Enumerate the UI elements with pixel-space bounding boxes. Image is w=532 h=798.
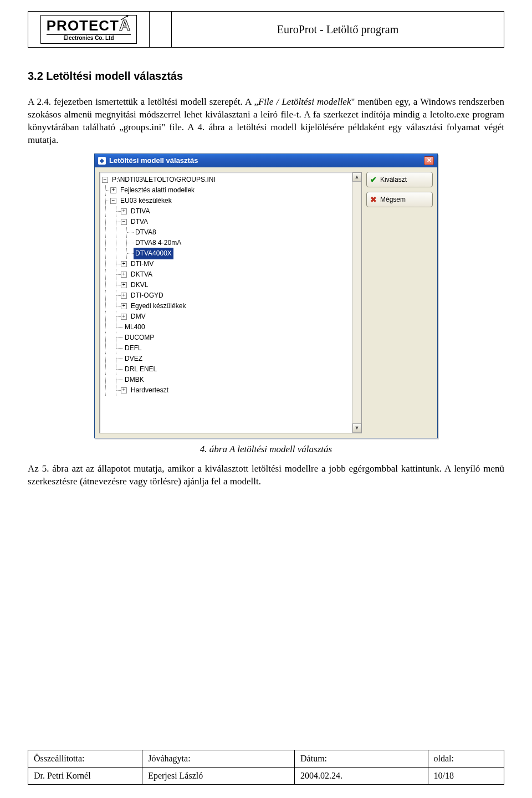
expander-plus-icon[interactable]: + xyxy=(121,208,127,214)
footer-h4: oldal: xyxy=(428,750,504,768)
footer-h1: Összeállította: xyxy=(28,750,142,768)
page-footer: Összeállította: Jóváhagyta: Dátum: oldal… xyxy=(28,750,504,785)
expander-minus-icon[interactable]: − xyxy=(110,198,116,204)
dialog-title: Letöltési modell választás xyxy=(109,156,198,165)
tree-node-egyedi[interactable]: Egyedi készülékek xyxy=(129,300,187,312)
page-header: PROTECTA Electronics Co. Ltd EuroProt - … xyxy=(28,11,504,48)
dialog-icon: ◆ xyxy=(98,157,106,165)
tree-node-ml400[interactable]: ML400 xyxy=(123,321,147,333)
expander-plus-icon[interactable]: + xyxy=(121,272,127,278)
footer-h3: Dátum: xyxy=(295,750,428,768)
expander-plus-icon[interactable]: + xyxy=(121,314,127,320)
tree-node-defl[interactable]: DEFL xyxy=(123,342,144,354)
tree-root[interactable]: P:\NDTI03\LETOLTO\GROUPS.INI xyxy=(110,174,217,186)
tree-node-eu03[interactable]: EU03 készülékek xyxy=(119,195,173,207)
footer-date: 2004.02.24. xyxy=(295,768,428,785)
tree-node-dtiva[interactable]: DTIVA xyxy=(129,206,151,217)
select-button-label: Kiválaszt xyxy=(380,176,407,183)
tree-node-dmbk[interactable]: DMBK xyxy=(123,374,146,386)
tree-node-dtimv[interactable]: DTI-MV xyxy=(129,258,155,270)
logo-text: PROTECT xyxy=(47,18,119,33)
logo-letter-a-icon: A xyxy=(119,18,131,33)
tree-node-ducomp[interactable]: DUCOMP xyxy=(123,332,156,344)
close-button[interactable]: ✕ xyxy=(424,156,434,165)
figure-caption: 4. ábra A letöltési modell választás xyxy=(28,444,504,455)
header-spacer xyxy=(150,11,172,48)
footer-approver: Eperjesi László xyxy=(142,768,295,785)
cancel-icon: ✖ xyxy=(370,195,377,204)
tree-node-dtva[interactable]: DTVA xyxy=(129,216,150,228)
footer-author: Dr. Petri Kornél xyxy=(28,768,142,785)
logo-subtitle: Electronics Co. Ltd xyxy=(47,34,131,41)
logo: PROTECTA Electronics Co. Ltd xyxy=(40,15,137,44)
cancel-button[interactable]: ✖ Mégsem xyxy=(366,192,433,207)
tree-node-dtiogyd[interactable]: DTI-OGYD xyxy=(129,290,165,301)
paragraph-2: Az 5. ábra azt az állapotot mutatja, ami… xyxy=(28,463,504,488)
model-tree[interactable]: −P:\NDTI03\LETOLTO\GROUPS.INI +Fejleszté… xyxy=(100,172,361,398)
footer-h2: Jóváhagyta: xyxy=(142,750,295,768)
footer-table: Összeállította: Jóváhagyta: Dátum: oldal… xyxy=(28,750,504,785)
dialog-model-select: ◆ Letöltési modell választás ✕ −P:\NDTI0… xyxy=(94,154,438,438)
expander-plus-icon[interactable]: + xyxy=(121,293,127,299)
tree-node-dtva4000x[interactable]: DTVA4000X xyxy=(134,248,173,259)
expander-minus-icon[interactable]: − xyxy=(121,219,127,225)
tree-node-drlenel[interactable]: DRL ENEL xyxy=(123,364,158,375)
expander-plus-icon[interactable]: + xyxy=(121,387,127,393)
expander-plus-icon[interactable]: + xyxy=(121,261,127,267)
tree-node-hardverteszt[interactable]: Hardverteszt xyxy=(129,385,170,396)
para1-menu-path: File / Letöltési modellek xyxy=(258,96,351,107)
scroll-down-icon[interactable]: ▼ xyxy=(352,423,361,433)
vertical-scrollbar[interactable]: ▲ ▼ xyxy=(352,172,361,433)
scroll-up-icon[interactable]: ▲ xyxy=(352,172,361,182)
doc-title: EuroProt - Letöltő program xyxy=(172,11,504,48)
section-heading: 3.2 Letöltési modell választás xyxy=(28,70,504,83)
expander-plus-icon[interactable]: + xyxy=(121,303,127,309)
cancel-button-label: Mégsem xyxy=(380,196,406,203)
tree-node-fejlesztes[interactable]: Fejlesztés alatti modellek xyxy=(119,185,196,196)
tree-node-dvez[interactable]: DVEZ xyxy=(123,353,144,365)
tree-node-dtva8-420[interactable]: DTVA8 4-20mA xyxy=(134,237,183,249)
tree-node-dmv[interactable]: DMV xyxy=(129,311,147,323)
tree-node-dtva8[interactable]: DTVA8 xyxy=(134,227,158,238)
logo-cell: PROTECTA Electronics Co. Ltd xyxy=(28,11,150,48)
expander-plus-icon[interactable]: + xyxy=(110,187,116,193)
para1-part-a: A 2.4. fejezetben ismertettük a letöltés… xyxy=(28,96,258,107)
tree-node-dktva[interactable]: DKTVA xyxy=(129,269,154,280)
dialog-titlebar[interactable]: ◆ Letöltési modell választás ✕ xyxy=(95,154,437,167)
expander-plus-icon[interactable]: + xyxy=(121,282,127,288)
tree-panel[interactable]: −P:\NDTI03\LETOLTO\GROUPS.INI +Fejleszté… xyxy=(99,172,362,433)
check-icon: ✔ xyxy=(370,175,377,184)
expander-minus-icon[interactable]: − xyxy=(102,177,108,183)
select-button[interactable]: ✔ Kiválaszt xyxy=(366,172,433,187)
footer-page: 10/18 xyxy=(428,768,504,785)
scroll-track[interactable] xyxy=(352,182,361,423)
paragraph-1: A 2.4. fejezetben ismertettük a letöltés… xyxy=(28,96,504,147)
tree-node-dkvl[interactable]: DKVL xyxy=(129,279,150,291)
